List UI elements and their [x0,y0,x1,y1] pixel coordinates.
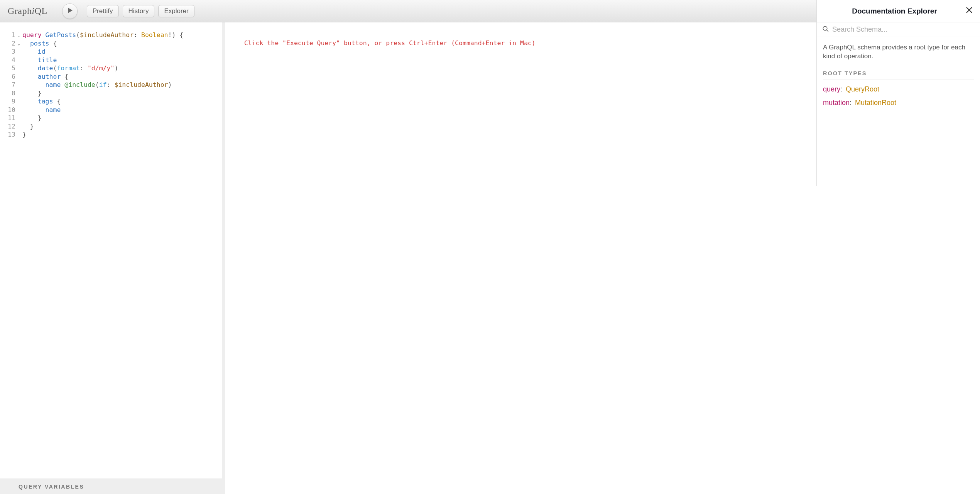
prettify-button[interactable]: Prettify [87,5,119,17]
root-field: query [823,85,840,93]
line-number: 9 [0,97,17,106]
line-number: 3 [0,47,17,56]
line-number: 5 [0,64,17,73]
play-icon [67,8,73,14]
line-number: 7 [0,81,17,89]
search-icon [822,25,832,34]
result-placeholder-text: Click the "Execute Query" button, or pre… [244,39,536,47]
history-button[interactable]: History [123,5,155,17]
root-type-row: query: QueryRoot [823,85,974,93]
docs-search-input[interactable] [832,25,975,34]
close-icon[interactable] [965,6,973,16]
line-number: 12 [0,122,17,131]
line-number: 8 [0,89,17,98]
line-number: 13 [0,130,17,139]
line-number: 1 [0,31,17,39]
line-number: 2 [0,39,17,48]
execute-button[interactable] [62,3,78,19]
docs-header: Documentation Explorer [816,0,980,22]
docs-section-title: ROOT TYPES [823,70,974,80]
root-type-link[interactable]: QueryRoot [846,85,879,93]
explorer-button[interactable]: Explorer [158,5,194,17]
docs-explorer: A GraphQL schema provides a root type fo… [816,22,980,186]
root-type-row: mutation: MutationRoot [823,99,974,107]
line-number: 4 [0,56,17,64]
svg-point-0 [823,26,827,30]
result-pane: Click the "Execute Query" button, or pre… [222,22,816,494]
svg-line-1 [826,30,828,32]
root-type-link[interactable]: MutationRoot [855,99,896,107]
docs-title: Documentation Explorer [824,7,965,15]
app-logo: GraphiQL [5,6,51,16]
query-editor[interactable]: 12345678910111213 query GetPosts($includ… [0,22,222,479]
code-area[interactable]: query GetPosts($includeAuthor: Boolean!)… [18,31,222,479]
query-variables-bar[interactable]: Query Variables [0,479,222,494]
query-editor-pane: 12345678910111213 query GetPosts($includ… [0,22,222,494]
line-number: 6 [0,73,17,81]
query-variables-label: Query Variables [19,484,84,490]
line-number: 10 [0,106,17,114]
docs-description: A GraphQL schema provides a root type fo… [823,43,974,61]
line-gutter: 12345678910111213 [0,31,18,479]
toolbar-buttons: Prettify History Explorer [87,5,194,17]
root-field: mutation [823,99,850,107]
docs-search[interactable] [817,22,980,37]
line-number: 11 [0,114,17,122]
